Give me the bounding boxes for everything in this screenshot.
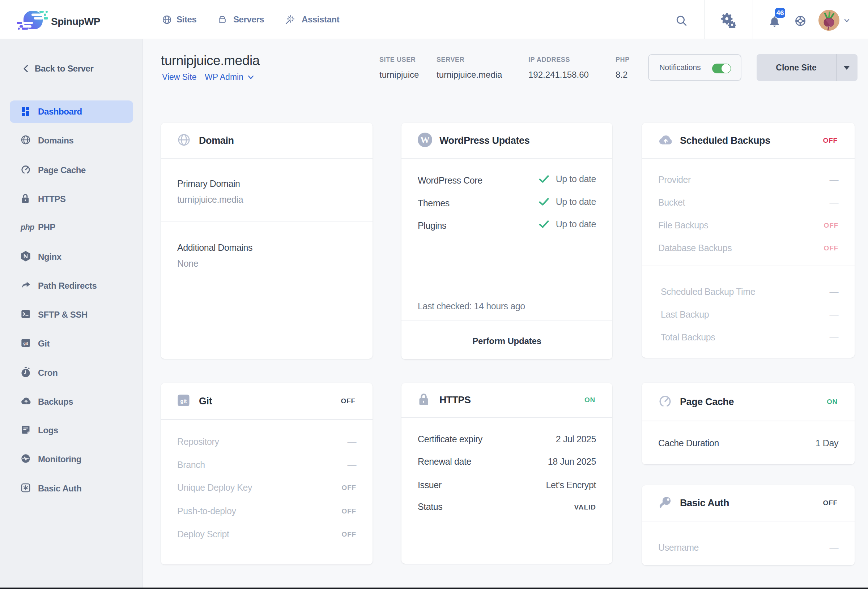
svg-text:git: git: [23, 341, 28, 346]
svg-text:git: git: [180, 398, 187, 404]
svg-text:W: W: [420, 135, 430, 145]
